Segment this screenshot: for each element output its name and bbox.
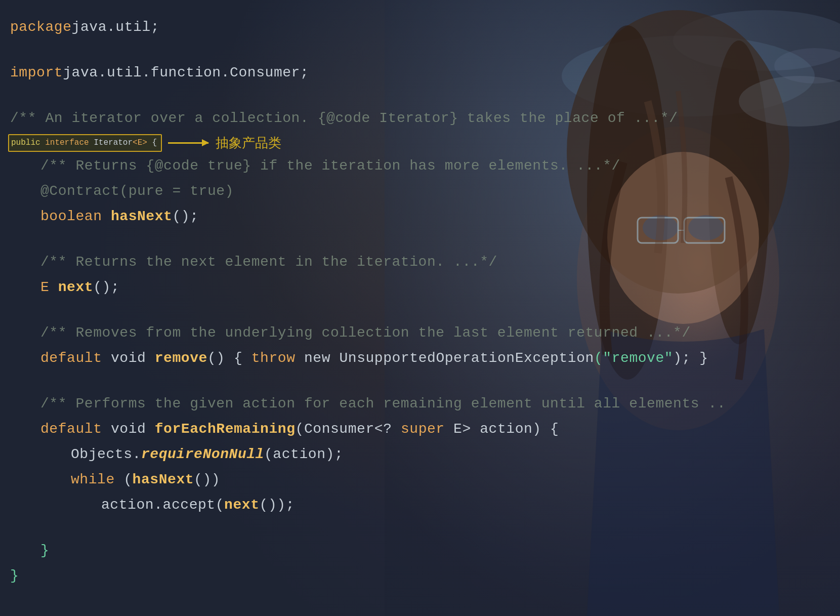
keyword-interface: interface — [40, 136, 89, 150]
close-brace-inner: } — [40, 539, 49, 563]
method-next: next — [58, 275, 93, 300]
line-accept: action.accept( next ()); — [101, 493, 830, 518]
line-while: while ( hasNext ()) — [71, 468, 830, 493]
void-2: void — [102, 417, 155, 441]
keyword-throw: throw — [251, 346, 296, 371]
import-path: java.util.function.Consumer; — [63, 61, 309, 85]
line-comment-3: /** Returns the next element in the iter… — [40, 250, 830, 275]
method-remove: remove — [155, 346, 207, 371]
line-hasnext: boolean hasNext (); — [40, 204, 830, 230]
line-empty-2 — [10, 86, 830, 106]
new-keyword: new — [296, 346, 340, 371]
void-1: void — [102, 346, 155, 371]
action-accept-2: ()); — [260, 493, 295, 517]
method-hasnext: hasNext — [111, 204, 173, 229]
line-comment-1: /** An iterator over a collection. {@cod… — [10, 106, 830, 132]
keyword-default-2: default — [40, 417, 102, 441]
interface-declaration-row: public interface Iterator <E> { 抽象产品类 — [10, 132, 830, 154]
paren-semi-2: (); — [93, 275, 119, 300]
line-close-outer: } — [10, 564, 830, 589]
keyword-import: import — [10, 61, 63, 85]
comment-text-1: /** An iterator over a collection. {@cod… — [10, 106, 678, 131]
annotation-label: 抽象产品类 — [216, 132, 281, 154]
objects-ref: Objects. — [71, 442, 141, 467]
open-brace: { — [147, 136, 157, 150]
code-container: package java.util; import java.util.func… — [0, 0, 840, 616]
arrow-line — [168, 142, 208, 144]
line-remove: default void remove () { throw new Unsup… — [40, 346, 830, 372]
type-boolean: boolean — [40, 204, 102, 229]
line-empty-1 — [10, 40, 830, 61]
line-import: import java.util.function.Consumer; — [10, 61, 830, 86]
keyword-package: package — [10, 15, 72, 39]
interface-name: Iterator — [89, 136, 133, 150]
comment-text-2: /** Returns {@code true} if the iteratio… — [40, 154, 620, 178]
line-contract: @Contract(pure = true) — [40, 179, 830, 204]
while-open: ( — [115, 468, 133, 492]
line-next: E next (); — [40, 275, 830, 301]
line-package: package java.util; — [10, 15, 830, 40]
action-arg: (action); — [264, 442, 343, 467]
keyword-default-1: default — [40, 346, 102, 371]
line-requirenonnull: Objects. requireNonNull (action); — [71, 442, 830, 468]
type-e: E — [40, 275, 49, 300]
action-accept-1: action.accept( — [101, 493, 224, 517]
action-param: E> action) { — [445, 417, 559, 441]
exception-class: UnsupportedOperationException — [339, 346, 594, 371]
consumer-open: (Consumer<? — [296, 417, 401, 441]
line-comment-5: /** Performs the given action for each r… — [40, 392, 830, 417]
package-name: java.util; — [72, 15, 160, 39]
generic-param: <E> — [133, 136, 147, 150]
line-empty-3 — [10, 230, 830, 250]
string-remove: ("remove" — [594, 346, 673, 371]
comment-text-5: /** Performs the given action for each r… — [40, 392, 726, 416]
space-1 — [102, 204, 111, 229]
highlighted-interface-line: public interface Iterator <E> { — [8, 134, 162, 152]
method-foreachremaining: forEachRemaining — [155, 417, 296, 441]
annotation-arrow-container: 抽象产品类 — [168, 132, 281, 154]
keyword-while: while — [71, 468, 115, 492]
line-foreach: default void forEachRemaining (Consumer<… — [40, 417, 830, 442]
remove-open: () { — [207, 346, 251, 371]
method-requirenonnull: requireNonNull — [141, 442, 264, 467]
space-2 — [49, 275, 58, 300]
close-brace-outer: } — [10, 564, 19, 588]
comment-text-4: /** Removes from the underlying collecti… — [40, 321, 691, 345]
method-next-2: next — [224, 493, 259, 517]
keyword-super: super — [401, 417, 445, 441]
contract-annotation: @Contract(pure = true) — [40, 179, 234, 203]
paren-semi-1: (); — [172, 204, 198, 229]
keyword-public: public — [11, 136, 40, 150]
line-empty-5 — [10, 372, 830, 392]
line-comment-2: /** Returns {@code true} if the iteratio… — [40, 154, 830, 179]
while-close: ()) — [194, 468, 220, 492]
line-empty-6 — [10, 518, 830, 539]
line-empty-4 — [10, 301, 830, 321]
line-close-inner: } — [40, 539, 830, 564]
remove-close: ); } — [673, 346, 708, 371]
comment-text-3: /** Returns the next element in the iter… — [40, 250, 497, 274]
line-comment-4: /** Removes from the underlying collecti… — [40, 321, 830, 346]
method-hasnext-2: hasNext — [133, 468, 194, 492]
